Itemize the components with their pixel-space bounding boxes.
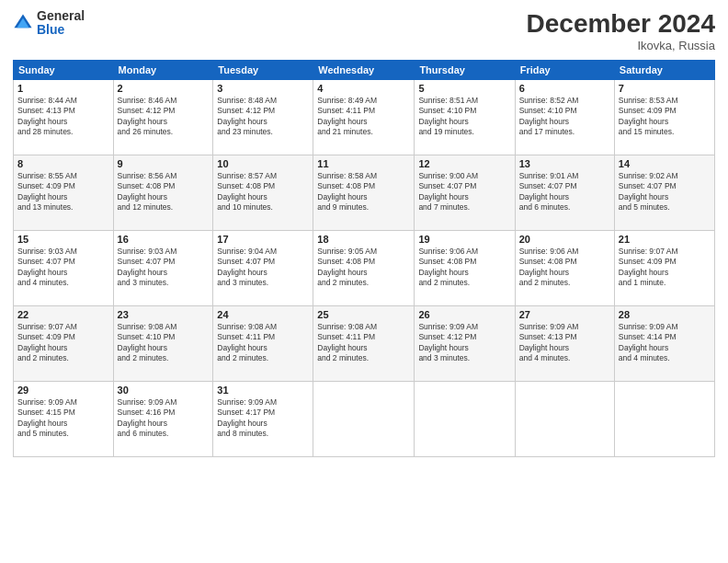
day-number: 1 [17,83,109,94]
logo: General Blue [13,9,85,38]
day-number: 25 [317,309,410,320]
table-row: 13 Sunrise: 9:01 AMSunset: 4:07 PMDaylig… [515,155,614,231]
table-row: 5 Sunrise: 8:51 AMSunset: 4:10 PMDayligh… [415,80,515,155]
day-info: Sunrise: 9:07 AMSunset: 4:09 PMDaylight … [619,247,678,287]
table-row: 28 Sunrise: 9:09 AMSunset: 4:14 PMDaylig… [614,306,714,382]
day-number: 9 [118,158,210,169]
day-info: Sunrise: 8:44 AMSunset: 4:13 PMDaylight … [17,96,77,136]
day-info: Sunrise: 8:53 AMSunset: 4:09 PMDaylight … [619,96,678,136]
logo-icon [13,13,33,33]
day-number: 15 [17,234,109,245]
header-thursday: Thursday [415,61,515,80]
day-number: 12 [418,158,510,169]
header-friday: Friday [515,61,614,80]
day-info: Sunrise: 9:09 AMSunset: 4:14 PMDaylight … [619,322,678,362]
table-row: 12 Sunrise: 9:00 AMSunset: 4:07 PMDaylig… [415,155,515,231]
day-info: Sunrise: 8:51 AMSunset: 4:10 PMDaylight … [418,96,478,136]
day-info: Sunrise: 9:01 AMSunset: 4:07 PMDaylight … [519,171,579,212]
day-number: 16 [118,234,210,245]
calendar-week-2: 15 Sunrise: 9:03 AMSunset: 4:07 PMDaylig… [14,231,715,306]
table-row: 11 Sunrise: 8:58 AMSunset: 4:08 PMDaylig… [313,155,415,231]
day-number: 2 [118,83,210,94]
table-row: 30 Sunrise: 9:09 AMSunset: 4:16 PMDaylig… [113,382,213,457]
day-number: 28 [619,309,711,320]
table-row [614,382,714,457]
day-number: 14 [619,158,711,169]
day-number: 31 [217,385,309,396]
day-number: 22 [17,309,109,320]
table-row: 15 Sunrise: 9:03 AMSunset: 4:07 PMDaylig… [14,231,114,306]
logo-text: General Blue [37,9,85,38]
day-info: Sunrise: 9:02 AMSunset: 4:07 PMDaylight … [619,171,678,212]
day-number: 11 [317,158,410,169]
table-row: 18 Sunrise: 9:05 AMSunset: 4:08 PMDaylig… [313,231,415,306]
calendar-week-0: 1 Sunrise: 8:44 AMSunset: 4:13 PMDayligh… [14,80,715,155]
day-number: 30 [118,385,210,396]
day-number: 6 [519,83,610,94]
day-info: Sunrise: 8:52 AMSunset: 4:10 PMDaylight … [519,96,579,136]
day-info: Sunrise: 9:06 AMSunset: 4:08 PMDaylight … [418,247,478,287]
day-number: 21 [619,234,711,245]
day-number: 27 [519,309,610,320]
table-row: 8 Sunrise: 8:55 AMSunset: 4:09 PMDayligh… [14,155,114,231]
table-row [515,382,614,457]
table-row: 10 Sunrise: 8:57 AMSunset: 4:08 PMDaylig… [213,155,313,231]
day-info: Sunrise: 9:09 AMSunset: 4:15 PMDaylight … [17,397,77,438]
day-info: Sunrise: 9:08 AMSunset: 4:10 PMDaylight … [118,322,177,362]
day-info: Sunrise: 9:03 AMSunset: 4:07 PMDaylight … [118,247,177,287]
table-row [415,382,515,457]
day-number: 3 [217,83,309,94]
day-number: 13 [519,158,610,169]
title-block: December 2024 Ikovka, Russia [527,9,715,52]
day-info: Sunrise: 9:09 AMSunset: 4:16 PMDaylight … [118,397,177,438]
calendar-subtitle: Ikovka, Russia [527,39,715,52]
day-number: 23 [118,309,210,320]
day-info: Sunrise: 9:04 AMSunset: 4:07 PMDaylight … [217,247,277,287]
calendar-week-3: 22 Sunrise: 9:07 AMSunset: 4:09 PMDaylig… [14,306,715,382]
table-row: 16 Sunrise: 9:03 AMSunset: 4:07 PMDaylig… [113,231,213,306]
calendar-week-1: 8 Sunrise: 8:55 AMSunset: 4:09 PMDayligh… [14,155,715,231]
logo-blue: Blue [37,23,85,37]
day-number: 26 [418,309,510,320]
table-row: 22 Sunrise: 9:07 AMSunset: 4:09 PMDaylig… [14,306,114,382]
day-number: 5 [418,83,510,94]
day-number: 29 [17,385,109,396]
header-wednesday: Wednesday [313,61,415,80]
header-monday: Monday [113,61,213,80]
header-sunday: Sunday [14,61,114,80]
table-row: 24 Sunrise: 9:08 AMSunset: 4:11 PMDaylig… [213,306,313,382]
day-number: 20 [519,234,610,245]
day-info: Sunrise: 9:09 AMSunset: 4:12 PMDaylight … [418,322,478,362]
table-row: 31 Sunrise: 9:09 AMSunset: 4:17 PMDaylig… [213,382,313,457]
day-number: 19 [418,234,510,245]
page: General Blue December 2024 Ikovka, Russi… [0,0,728,563]
table-row: 6 Sunrise: 8:52 AMSunset: 4:10 PMDayligh… [515,80,614,155]
day-number: 10 [217,158,309,169]
calendar-header-row: Sunday Monday Tuesday Wednesday Thursday… [14,61,715,80]
day-number: 17 [217,234,309,245]
day-number: 24 [217,309,309,320]
table-row: 17 Sunrise: 9:04 AMSunset: 4:07 PMDaylig… [213,231,313,306]
table-row: 9 Sunrise: 8:56 AMSunset: 4:08 PMDayligh… [113,155,213,231]
day-info: Sunrise: 8:57 AMSunset: 4:08 PMDaylight … [217,171,277,212]
table-row: 25 Sunrise: 9:08 AMSunset: 4:11 PMDaylig… [313,306,415,382]
day-number: 18 [317,234,410,245]
table-row: 23 Sunrise: 9:08 AMSunset: 4:10 PMDaylig… [113,306,213,382]
table-row: 3 Sunrise: 8:48 AMSunset: 4:12 PMDayligh… [213,80,313,155]
day-info: Sunrise: 9:09 AMSunset: 4:13 PMDaylight … [519,322,579,362]
table-row: 19 Sunrise: 9:06 AMSunset: 4:08 PMDaylig… [415,231,515,306]
day-info: Sunrise: 9:00 AMSunset: 4:07 PMDaylight … [418,171,478,212]
day-info: Sunrise: 9:06 AMSunset: 4:08 PMDaylight … [519,247,579,287]
calendar-week-4: 29 Sunrise: 9:09 AMSunset: 4:15 PMDaylig… [14,382,715,457]
logo-general: General [37,9,85,23]
table-row: 4 Sunrise: 8:49 AMSunset: 4:11 PMDayligh… [313,80,415,155]
day-info: Sunrise: 8:58 AMSunset: 4:08 PMDaylight … [317,171,377,212]
day-info: Sunrise: 9:09 AMSunset: 4:17 PMDaylight … [217,397,277,438]
table-row: 27 Sunrise: 9:09 AMSunset: 4:13 PMDaylig… [515,306,614,382]
day-info: Sunrise: 9:03 AMSunset: 4:07 PMDaylight … [17,247,77,287]
table-row: 1 Sunrise: 8:44 AMSunset: 4:13 PMDayligh… [14,80,114,155]
day-number: 7 [619,83,711,94]
table-row: 7 Sunrise: 8:53 AMSunset: 4:09 PMDayligh… [614,80,714,155]
day-info: Sunrise: 9:08 AMSunset: 4:11 PMDaylight … [317,322,377,362]
day-info: Sunrise: 8:55 AMSunset: 4:09 PMDaylight … [17,171,77,212]
